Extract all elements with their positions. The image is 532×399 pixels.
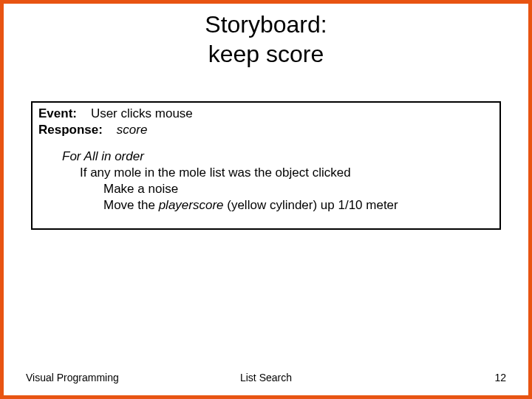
event-text: User clicks mouse [91,106,193,120]
footer-center: List Search [240,372,292,383]
action-2-post: (yellow cylinder) up 1/10 meter [224,198,398,212]
slide-footer: Visual Programming List Search 12 [4,372,528,383]
footer-left: Visual Programming [26,372,119,383]
storyboard-box: Event: User clicks mouse Response: score… [31,101,501,230]
event-row: Event: User clicks mouse [38,106,494,122]
footer-page-number: 12 [494,372,506,383]
slide-title: Storyboard: keep score [4,10,528,69]
action-1: Make a noise [38,181,494,197]
response-row: Response: score [38,122,494,138]
response-label: Response: [38,123,103,137]
event-label: Event: [38,106,77,120]
action-2: Move the playerscore (yellow cylinder) u… [38,197,494,214]
if-line: If any mole in the mole list was the obj… [38,165,494,181]
title-line-2: keep score [208,41,324,67]
action-2-var: playerscore [159,198,224,212]
loop-header: For All in order [38,149,494,165]
response-text: score [117,123,148,137]
title-line-1: Storyboard: [205,11,327,38]
action-2-pre: Move the [103,198,159,212]
